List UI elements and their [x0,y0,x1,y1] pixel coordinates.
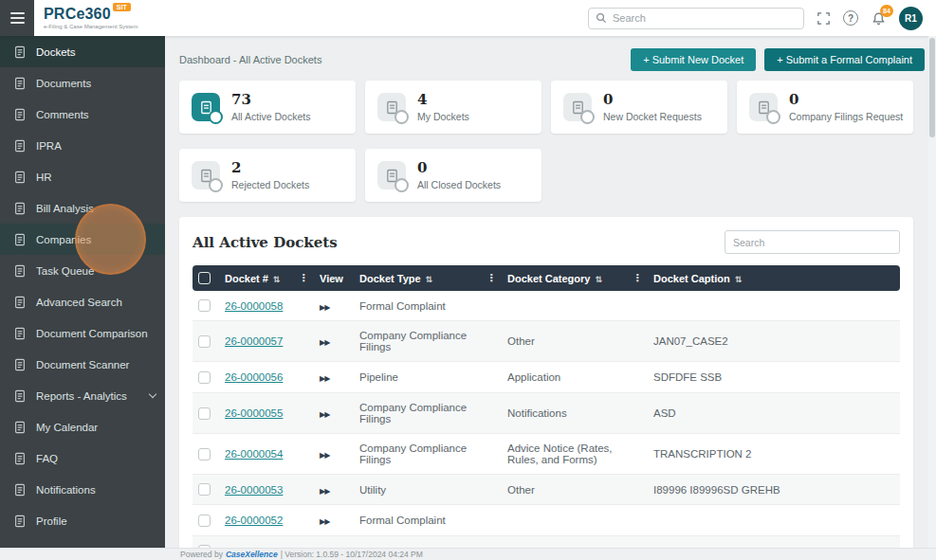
user-avatar[interactable]: R1 [899,7,923,30]
task-queue-icon [13,264,27,278]
sidebar-item[interactable]: Advanced Search [0,286,165,317]
table-row[interactable]: 26-0000053 ▶▶ Utility Other I89996 I8999… [193,474,900,504]
docket-link[interactable]: 26-0000053 [225,484,283,496]
table-row[interactable]: 26-0000052 ▶▶ Formal Complaint [193,505,900,535]
stat-value: 2 [231,160,309,176]
stat-label: All Closed Dockets [417,179,501,190]
active-dockets-panel: All Active Dockets Docket #⇅ ⋮ View Dock… [179,217,913,548]
table-row[interactable]: 26-0000058 ▶▶ Formal Complaint [193,291,900,321]
main-content: Dashboard - All Active Dockets + Submit … [165,36,936,548]
scrollbar[interactable] [928,36,936,548]
sidebar-item[interactable]: Profile [0,505,165,536]
stat-card[interactable]: 0 New Docket Requests [551,81,727,134]
sidebar-item[interactable]: Document Scanner [0,349,165,380]
row-checkbox[interactable] [198,335,211,348]
fast-forward-icon[interactable]: ▶▶ [320,517,329,526]
sidebar-item-label: IPRA [36,140,62,152]
sidebar-item[interactable]: Task Queue [0,255,165,286]
sort-icon[interactable]: ⇅ [595,275,602,284]
table-row[interactable]: 26-0000057 ▶▶ Company Compliance Filings… [193,321,900,362]
column-menu-icon[interactable]: ⋮ [293,265,314,291]
stat-value: 0 [417,160,501,176]
stat-value: 0 [603,92,702,108]
docket-link[interactable]: 26-0000052 [225,515,283,526]
row-checkbox[interactable] [198,515,211,527]
sort-icon[interactable]: ⇅ [735,275,743,284]
stat-cards: 73 All Active Dockets [165,81,936,202]
row-checkbox[interactable] [198,448,211,461]
fast-forward-icon[interactable]: ▶▶ [320,303,329,312]
row-checkbox[interactable] [198,299,211,312]
stat-card[interactable]: 0 All Closed Dockets [365,149,541,202]
sidebar-item[interactable]: HR [0,161,165,192]
sidebar-item[interactable]: Document Comparison [0,317,165,349]
sidebar-item[interactable]: Reports - Analytics [0,380,165,411]
hamburger-menu-button[interactable] [0,0,34,36]
docket-link[interactable]: 26-0000057 [225,335,283,347]
sidebar-item-label: FAQ [36,453,58,464]
docket-caption-cell [648,291,900,321]
docket-type-cell: Company Compliance Filings [354,321,481,362]
docket-link[interactable]: 26-0000055 [225,407,283,419]
app-logo[interactable]: PRCe360 SIT e-Filing & Case Management S… [44,7,138,29]
docket-link[interactable]: 26-0000054 [225,448,283,460]
fast-forward-icon[interactable]: ▶▶ [320,410,329,419]
fast-forward-icon[interactable]: ▶▶ [320,374,329,383]
sidebar-item[interactable]: IPRA [0,130,165,161]
docket-category-cell: Advice Notice (Rates, Rules, and Forms) [502,433,627,474]
sidebar-item[interactable]: FAQ [0,443,165,474]
scrollbar-thumb[interactable] [929,38,935,137]
row-checkbox[interactable] [198,371,211,384]
casexellence-brand: CaseXellence [226,550,278,559]
notifications-bell-icon[interactable]: 84 [872,11,886,26]
sidebar-item[interactable]: Bill Analysis [0,192,165,224]
fast-forward-icon[interactable]: ▶▶ [320,338,329,347]
powered-by-label: Powered by [180,550,223,559]
select-all-checkbox[interactable] [198,272,211,284]
sidebar-item-label: Bill Analysis [36,203,94,214]
sidebar-item-label: Document Comparison [36,328,148,339]
my-calendar-icon [13,421,27,434]
table-search-input[interactable] [725,230,900,254]
table-row[interactable]: 26-0000051 ▶▶ Pipeline Application MS AP… [193,535,900,548]
sidebar-item-label: Reports - Analytics [36,390,127,402]
search-input[interactable] [613,12,797,24]
dockets-icon [13,45,27,59]
sidebar-item[interactable]: Companies [0,224,165,255]
docket-link[interactable]: 26-0000058 [225,300,283,312]
table-row[interactable]: 26-0000056 ▶▶ Pipeline Application SDFDF… [193,362,900,392]
global-search[interactable] [588,8,804,29]
sort-icon[interactable]: ⇅ [426,275,433,284]
stat-card[interactable]: 0 Company Filings Request [737,81,913,134]
submit-new-docket-button[interactable]: + Submit New Docket [631,48,756,71]
table-row[interactable]: 26-0000055 ▶▶ Company Compliance Filings… [193,392,900,433]
row-checkbox[interactable] [198,483,211,496]
docket-link[interactable]: 26-0000056 [225,371,283,383]
column-menu-icon[interactable]: ⋮ [627,265,648,291]
sidebar-item-label: Task Queue [36,265,94,277]
submit-formal-complaint-button[interactable]: + Submit a Formal Complaint [764,48,925,71]
sidebar-item-label: Document Scanner [36,359,129,370]
row-checkbox[interactable] [198,407,211,420]
docket-stat-icon [749,93,778,121]
fullscreen-icon[interactable] [817,12,830,25]
help-icon[interactable]: ? [843,10,858,26]
sidebar-item[interactable]: Notifications [0,474,165,505]
sidebar-item[interactable]: My Calendar [0,411,165,443]
sidebar-item[interactable]: Documents [0,67,165,99]
stat-card[interactable]: 2 Rejected Dockets [179,149,356,202]
stat-card[interactable]: 73 All Active Dockets [179,81,356,134]
docket-stat-icon [563,93,592,121]
column-menu-icon[interactable]: ⋮ [481,265,502,291]
sort-icon[interactable]: ⇅ [273,275,281,284]
sidebar-item[interactable]: Comments [0,99,165,130]
documents-icon [13,77,27,90]
docket-stat-icon [192,93,220,121]
fast-forward-icon[interactable]: ▶▶ [320,487,329,496]
notification-count-badge: 84 [880,5,893,17]
docket-type-cell: Pipeline [354,535,481,548]
fast-forward-icon[interactable]: ▶▶ [320,451,329,460]
table-row[interactable]: 26-0000054 ▶▶ Company Compliance Filings… [193,433,900,474]
stat-card[interactable]: 4 My Dockets [365,81,541,134]
sidebar-item[interactable]: Dockets [0,36,165,67]
